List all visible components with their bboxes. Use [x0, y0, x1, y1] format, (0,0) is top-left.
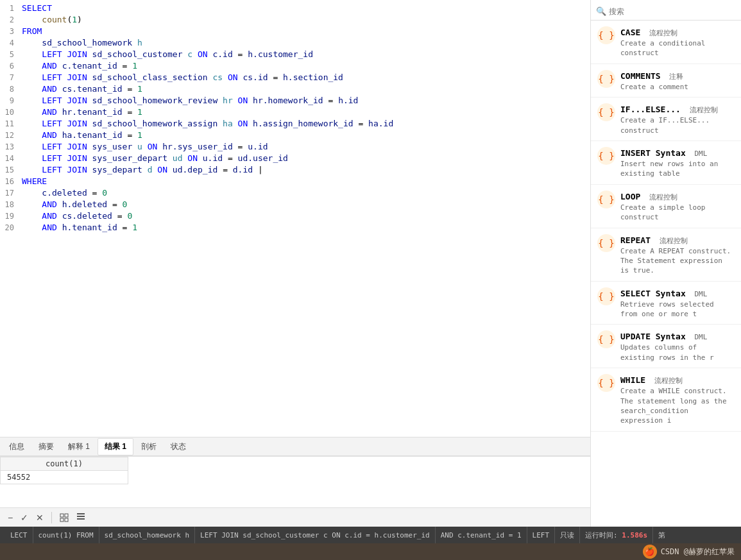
close-button[interactable]: ✕ — [33, 511, 46, 524]
snippet-comments-text: COMMENTS 注释 Create a comment — [620, 69, 735, 92]
status-select: LECT — [5, 527, 33, 543]
svg-rect-5 — [77, 516, 85, 517]
code-line-12: 12 AND ha.tenant_id = 1 — [0, 130, 590, 141]
line-content-12[interactable]: AND ha.tenant_id = 1 — [19, 130, 590, 141]
snippet-insert-icon: { } — [597, 147, 615, 165]
snippet-comments-desc: Create a comment — [620, 82, 735, 92]
snippet-case-desc: Create a conditional construct — [620, 38, 735, 58]
snippet-comments[interactable]: { } COMMENTS 注释 Create a comment — [591, 64, 741, 98]
results-area[interactable]: count(1) 54552 — [0, 456, 590, 507]
snippet-update[interactable]: { } UPDATE Syntax DML Updates columns of… — [591, 325, 741, 368]
code-line-6: 6 AND c.tenant_id = 1 — [0, 60, 590, 72]
line-num-15: 15 — [0, 164, 19, 176]
grid-icon — [60, 513, 69, 522]
line-num-1: 1 — [0, 3, 19, 14]
line-num-13: 13 — [0, 141, 19, 153]
minus-button[interactable]: − — [5, 511, 15, 524]
line-content-4[interactable]: sd_school_homework h — [19, 37, 590, 49]
tab-results[interactable]: 结果 1 — [98, 438, 133, 455]
tab-summary[interactable]: 摘要 — [32, 439, 60, 455]
snippet-repeat[interactable]: { } REPEAT 流程控制 Create A REPEAT construc… — [591, 228, 741, 282]
tab-profile[interactable]: 剖析 — [135, 439, 163, 455]
snippet-update-icon: { } — [597, 330, 615, 348]
svg-rect-1 — [65, 514, 68, 517]
status-bar: LECT count(1) FROM sd_school_homework h … — [0, 527, 741, 543]
line-content-9[interactable]: LEFT JOIN sd_school_homework_review hr O… — [19, 95, 590, 106]
snippet-update-title: UPDATE Syntax DML — [620, 330, 735, 342]
svg-rect-0 — [60, 514, 64, 517]
code-line-13: 13 LEFT JOIN sys_user u ON hr.sys_user_i… — [0, 141, 590, 153]
line-num-3: 3 — [0, 26, 19, 37]
code-line-2: 2 count(1) — [0, 14, 590, 26]
status-table: sd_school_homework h — [99, 527, 195, 543]
line-content-17[interactable]: c.deleted = 0 — [19, 187, 590, 199]
code-line-1: 1 SELECT — [0, 3, 590, 14]
line-num-8: 8 — [0, 83, 19, 95]
code-line-20: 20 AND h.tenant_id = 1 — [0, 222, 590, 233]
code-line-16: 16 WHERE — [0, 176, 590, 187]
toolbar-divider — [51, 512, 52, 523]
tab-explain[interactable]: 解释 1 — [62, 439, 96, 455]
line-content-3[interactable]: FROM — [19, 26, 590, 37]
snippet-while-icon: { } — [597, 374, 615, 392]
line-content-18[interactable]: AND h.deleted = 0 — [19, 199, 590, 210]
snippet-select-desc: Retrieve rows selected from one or more … — [620, 300, 735, 319]
tab-status[interactable]: 状态 — [164, 439, 192, 455]
line-num-4: 4 — [0, 37, 19, 49]
line-content-14[interactable]: LEFT JOIN sys_user_depart ud ON u.id = u… — [19, 153, 590, 164]
line-content-5[interactable]: LEFT JOIN sd_school_customer c ON c.id =… — [19, 49, 590, 60]
line-content-13[interactable]: LEFT JOIN sys_user u ON hr.sys_user_id =… — [19, 141, 590, 153]
grid-view-button[interactable] — [57, 512, 71, 523]
svg-rect-2 — [60, 518, 64, 522]
list-icon — [76, 512, 85, 521]
tab-info[interactable]: 信息 — [3, 439, 31, 455]
code-line-19: 19 AND cs.deleted = 0 — [0, 210, 590, 222]
snippet-loop-icon: { } — [597, 191, 615, 208]
snippet-case[interactable]: { } CASE 流程控制 Create a conditional const… — [591, 21, 741, 64]
search-input[interactable] — [609, 7, 736, 16]
line-content-11[interactable]: LEFT JOIN sd_school_homework_assign ha O… — [19, 118, 590, 130]
line-content-6[interactable]: AND c.tenant_id = 1 — [19, 60, 590, 72]
snippet-while-text: WHILE 流程控制 Create a WHILE construct. The… — [620, 373, 735, 426]
svg-rect-6 — [77, 518, 85, 520]
snippet-repeat-text: REPEAT 流程控制 Create A REPEAT construct. T… — [620, 233, 735, 276]
status-left: LEFT — [527, 527, 556, 543]
brand-label: CSDN @赫萝的红苹果 — [661, 547, 735, 557]
line-content-16[interactable]: WHERE — [19, 176, 590, 187]
result-row-1: 54552 — [1, 471, 128, 484]
right-sidebar: 🔍 { } CASE 流程控制 Create a conditional con… — [590, 0, 741, 527]
line-content-20[interactable]: AND h.tenant_id = 1 — [19, 222, 590, 233]
snippet-select[interactable]: { } SELECT Syntax DML Retrieve rows sele… — [591, 282, 741, 325]
line-content-1[interactable]: SELECT — [19, 3, 590, 14]
snippet-update-text: UPDATE Syntax DML Updates columns of exi… — [620, 330, 735, 362]
snippet-loop[interactable]: { } LOOP 流程控制 Create a simple loop const… — [591, 185, 741, 228]
code-line-10: 10 AND hr.tenant_id = 1 — [0, 106, 590, 118]
svg-rect-4 — [77, 513, 85, 514]
snippet-ifelse[interactable]: { } IF...ELSE... 流程控制 Create a IF...ELSE… — [591, 98, 741, 141]
snippet-insert-text: INSERT Syntax DML Insert new rows into a… — [620, 146, 735, 179]
snippet-while[interactable]: { } WHILE 流程控制 Create a WHILE construct.… — [591, 368, 741, 432]
snippet-loop-desc: Create a simple loop construct — [620, 203, 735, 223]
line-content-8[interactable]: AND cs.tenant_id = 1 — [19, 83, 590, 95]
code-line-9: 9 LEFT JOIN sd_school_homework_review hr… — [0, 95, 590, 106]
code-area[interactable]: 1 SELECT 2 count(1) 3 FROM 4 sd_school_h… — [0, 0, 590, 437]
list-view-button[interactable] — [74, 511, 88, 524]
sidebar-search-bar: 🔍 — [591, 3, 741, 21]
snippet-comments-title: COMMENTS 注释 — [620, 69, 735, 81]
snippet-insert[interactable]: { } INSERT Syntax DML Insert new rows in… — [591, 141, 741, 185]
line-content-10[interactable]: AND hr.tenant_id = 1 — [19, 106, 590, 118]
line-content-15[interactable]: LEFT JOIN sys_depart d ON ud.dep_id = d.… — [19, 164, 590, 176]
line-num-12: 12 — [0, 130, 19, 141]
brand-logo: 🍎 — [643, 545, 657, 559]
line-num-18: 18 — [0, 199, 19, 210]
line-content-2[interactable]: count(1) — [19, 14, 590, 26]
check-button[interactable]: ✓ — [18, 511, 31, 524]
snippet-ifelse-text: IF...ELSE... 流程控制 Create a IF...ELSE... … — [620, 103, 735, 135]
line-content-7[interactable]: LEFT JOIN sd_school_class_section cs ON … — [19, 72, 590, 83]
results-table: count(1) 54552 — [0, 457, 128, 484]
status-exec-time: 运行时间: 1.586s — [580, 527, 653, 543]
snippet-loop-title: LOOP 流程控制 — [620, 190, 735, 202]
line-content-19[interactable]: AND cs.deleted = 0 — [19, 210, 590, 222]
code-line-11: 11 LEFT JOIN sd_school_homework_assign h… — [0, 118, 590, 130]
status-join: LEFT JOIN sd_school_customer c ON c.id =… — [195, 527, 436, 543]
